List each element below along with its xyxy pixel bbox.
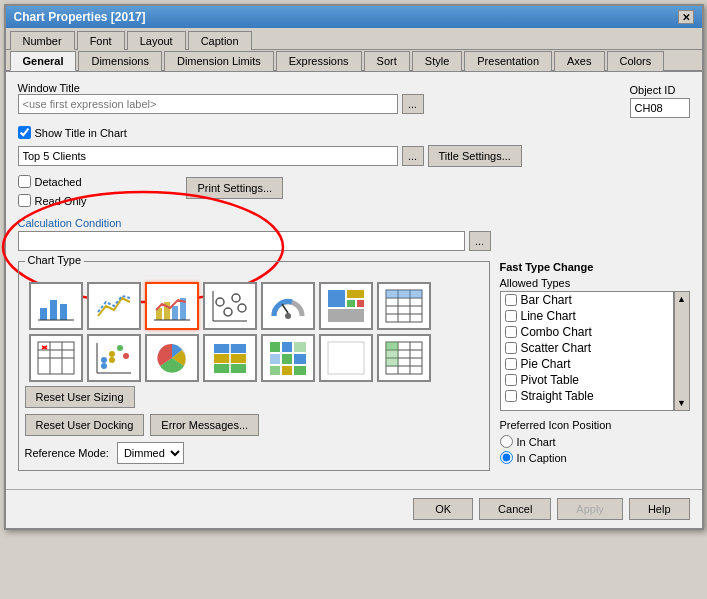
bar-chart-checkbox[interactable] — [505, 294, 517, 306]
combo-chart-checkbox[interactable] — [505, 326, 517, 338]
tab-expressions[interactable]: Expressions — [276, 51, 362, 71]
listbox-scrollbar[interactable]: ▲ ▼ — [674, 291, 690, 411]
tab-style[interactable]: Style — [412, 51, 462, 71]
pivot-table-icon[interactable] — [377, 334, 431, 382]
svg-rect-54 — [282, 354, 292, 364]
tab-dimensions[interactable]: Dimensions — [78, 51, 161, 71]
svg-rect-57 — [282, 366, 292, 375]
cancel-button[interactable]: Cancel — [479, 498, 551, 520]
scatter-chart-checkbox[interactable] — [505, 342, 517, 354]
straight-table-checkbox[interactable] — [505, 390, 517, 402]
pie-chart-icon[interactable] — [145, 334, 199, 382]
in-chart-label: In Chart — [517, 436, 556, 448]
close-button[interactable]: ✕ — [678, 10, 694, 24]
tab-sort[interactable]: Sort — [364, 51, 410, 71]
tab-presentation[interactable]: Presentation — [464, 51, 552, 71]
chart-properties-window: Chart Properties [2017] ✕ Number Font La… — [4, 4, 704, 530]
tab-number[interactable]: Number — [10, 31, 75, 50]
calc-condition-label: Calculation Condition — [18, 217, 690, 229]
combo-chart-icon[interactable] — [145, 282, 199, 330]
show-title-checkbox[interactable] — [18, 126, 31, 139]
chart-title-input[interactable] — [18, 146, 398, 166]
show-title-label: Show Title in Chart — [35, 127, 127, 139]
detached-checkbox[interactable] — [18, 175, 31, 188]
svg-point-15 — [238, 304, 246, 312]
in-chart-radio[interactable] — [500, 435, 513, 448]
list-item-combo[interactable]: Combo Chart — [501, 324, 673, 340]
svg-rect-29 — [386, 290, 422, 298]
pie-chart-checkbox[interactable] — [505, 358, 517, 370]
funnel-chart-icon[interactable] — [203, 334, 257, 382]
tab-general[interactable]: General — [10, 51, 77, 71]
table-chart-icon[interactable] — [377, 282, 431, 330]
list-item-straight[interactable]: Straight Table — [501, 388, 673, 404]
svg-rect-56 — [270, 366, 280, 375]
in-caption-label: In Caption — [517, 452, 567, 464]
list-item-pie[interactable]: Pie Chart — [501, 356, 673, 372]
svg-rect-2 — [50, 300, 57, 320]
in-caption-radio[interactable] — [500, 451, 513, 464]
gauge-chart-icon[interactable] — [261, 282, 315, 330]
pivot-table-checkbox[interactable] — [505, 374, 517, 386]
empty-chart-icon[interactable] — [319, 334, 373, 382]
line-chart-checkbox[interactable] — [505, 310, 517, 322]
calc-condition-input[interactable] — [18, 231, 465, 251]
allowed-types-listbox: Bar Chart Line Chart Combo Chart Sc — [500, 291, 674, 411]
reset-sizing-btn[interactable]: Reset User Sizing — [25, 386, 135, 408]
svg-point-43 — [117, 345, 123, 351]
tab-colors[interactable]: Colors — [607, 51, 665, 71]
svg-rect-53 — [270, 354, 280, 364]
read-only-checkbox[interactable] — [18, 194, 31, 207]
top-tab-row: Number Font Layout Caption — [6, 28, 702, 50]
x-chart-icon[interactable] — [29, 334, 83, 382]
svg-point-14 — [232, 294, 240, 302]
title-settings-btn[interactable]: Title Settings... — [428, 145, 522, 167]
apply-button[interactable]: Apply — [557, 498, 623, 520]
tab-caption[interactable]: Caption — [188, 31, 252, 50]
svg-rect-51 — [282, 342, 292, 352]
heat-chart-icon[interactable] — [261, 334, 315, 382]
bottom-tab-row: General Dimensions Dimension Limits Expr… — [6, 50, 702, 72]
list-item-line[interactable]: Line Chart — [501, 308, 673, 324]
window-title-field-row: ... — [18, 94, 614, 114]
calc-condition-browse-btn[interactable]: ... — [469, 231, 491, 251]
tab-axes[interactable]: Axes — [554, 51, 604, 71]
tab-dimension-limits[interactable]: Dimension Limits — [164, 51, 274, 71]
block-chart-icon[interactable] — [319, 282, 373, 330]
reset-docking-btn[interactable]: Reset User Docking — [25, 414, 145, 436]
allowed-types-container: Bar Chart Line Chart Combo Chart Sc — [500, 291, 690, 411]
fast-type-title: Fast Type Change — [500, 261, 690, 273]
tab-font[interactable]: Font — [77, 31, 125, 50]
read-only-row: Read Only — [18, 194, 87, 207]
dot-chart-icon[interactable] — [87, 334, 141, 382]
svg-rect-50 — [270, 342, 280, 352]
help-button[interactable]: Help — [629, 498, 690, 520]
svg-rect-22 — [328, 309, 364, 322]
svg-line-17 — [282, 304, 288, 313]
tab-layout[interactable]: Layout — [127, 31, 186, 50]
window-title-browse-btn[interactable]: ... — [402, 94, 424, 114]
error-messages-btn[interactable]: Error Messages... — [150, 414, 259, 436]
list-item-bar[interactable]: Bar Chart — [501, 292, 673, 308]
ref-mode-select[interactable]: Dimmed Normal Hidden — [117, 442, 184, 464]
window-title-input[interactable] — [18, 94, 398, 114]
ok-button[interactable]: OK — [413, 498, 473, 520]
list-item-pivot[interactable]: Pivot Table — [501, 372, 673, 388]
bar-chart-icon[interactable] — [29, 282, 83, 330]
chart-buttons-row2: Reset User Docking Error Messages... — [25, 414, 483, 436]
svg-rect-55 — [294, 354, 306, 364]
object-id-input[interactable] — [630, 98, 690, 118]
bottom-buttons-bar: OK Cancel Apply Help — [6, 489, 702, 528]
chart-type-group: Chart Type — [18, 261, 490, 471]
svg-rect-18 — [328, 290, 345, 307]
two-column-section: Chart Type — [18, 261, 690, 479]
line-chart-icon[interactable] — [87, 282, 141, 330]
list-item-scatter[interactable]: Scatter Chart — [501, 340, 673, 356]
print-settings-btn[interactable]: Print Settings... — [186, 177, 283, 199]
window-title-label: Window Title — [18, 82, 614, 94]
svg-rect-7 — [172, 306, 178, 320]
scatter-chart-icon[interactable] — [203, 282, 257, 330]
chart-title-browse-btn[interactable]: ... — [402, 146, 424, 166]
in-caption-row: In Caption — [500, 451, 690, 464]
calc-condition-section: Calculation Condition ... — [18, 217, 690, 251]
